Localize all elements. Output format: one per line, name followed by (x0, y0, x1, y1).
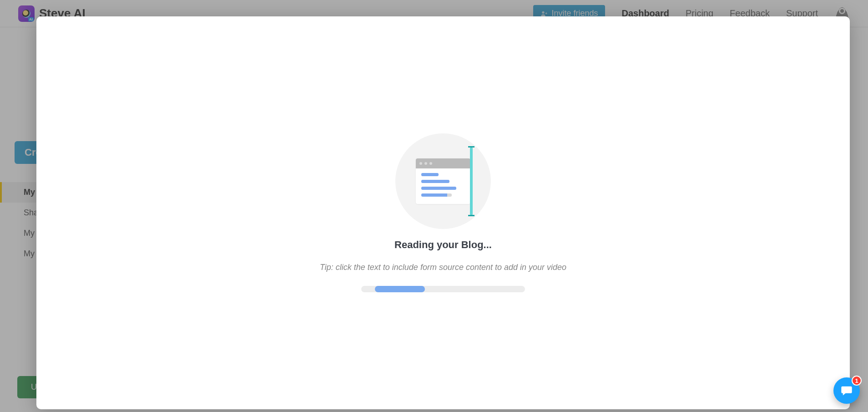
loading-title: Reading your Blog... (394, 239, 492, 251)
loading-modal: Reading your Blog... Tip: click the text… (36, 16, 850, 409)
chat-badge: 1 (852, 376, 862, 386)
loading-tip: Tip: click the text to include form sour… (320, 263, 566, 272)
loading-illustration (395, 133, 491, 229)
progress-bar (375, 286, 425, 292)
chat-icon (840, 384, 853, 397)
chat-launcher-button[interactable]: 1 (833, 377, 860, 404)
document-icon (416, 158, 470, 204)
progress-track (361, 286, 525, 292)
scan-bar-icon (470, 147, 473, 215)
